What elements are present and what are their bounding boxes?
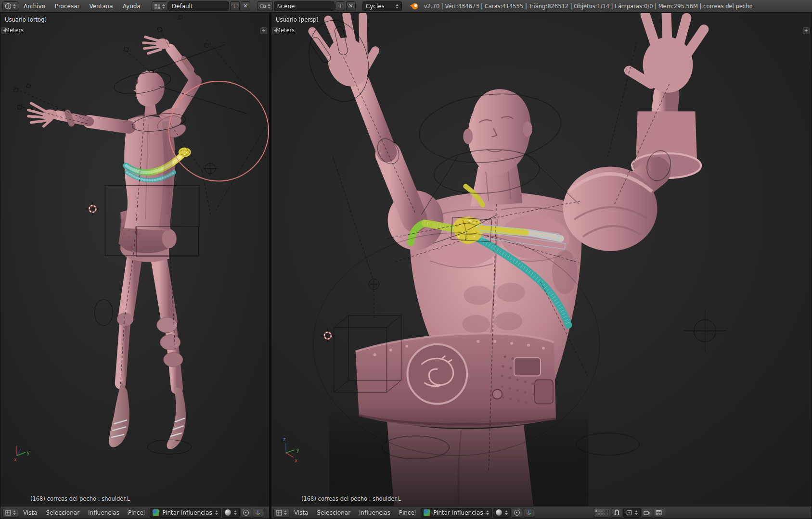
- interaction-mode-selector[interactable]: Pintar Influencias: [421, 508, 492, 518]
- menu-vista[interactable]: Vista: [19, 508, 41, 518]
- snap-toggle-button[interactable]: [612, 508, 622, 518]
- properties-expand-arrow[interactable]: +: [803, 27, 810, 34]
- weight-paint-mode-icon: [153, 509, 159, 516]
- dropdown-arrows: [162, 4, 165, 9]
- dropdown-arrows: [284, 510, 287, 515]
- add-scene-button[interactable]: +: [335, 1, 345, 11]
- main-header: Archivo Procesar Ventana Ayuda Default +…: [0, 0, 812, 13]
- mode-label: Pintar Influencias: [433, 509, 483, 516]
- viewport-shading-selector[interactable]: [222, 508, 240, 518]
- view-name-label: Usuario (persp): [276, 16, 319, 23]
- snap-element-selector[interactable]: [623, 508, 641, 518]
- menu-seleccionar[interactable]: Seleccionar: [42, 508, 83, 518]
- toolshelf-expand-arrow[interactable]: +: [272, 27, 279, 34]
- screen-layout-selector[interactable]: [152, 1, 168, 11]
- close-icon: ✕: [243, 3, 247, 9]
- shading-sphere-icon: [496, 509, 502, 516]
- viewport-divider[interactable]: [270, 13, 271, 519]
- film-icon: [656, 510, 662, 516]
- dropdown-arrows: [215, 510, 218, 515]
- axis-y-label: y: [296, 447, 299, 453]
- viewport-right: x y z Usuario (persp) Meters + + (168) c…: [271, 13, 812, 519]
- render-engine-selector[interactable]: Cycles: [362, 1, 402, 11]
- axis-x-label: x: [14, 457, 17, 462]
- pivot-point-button[interactable]: [241, 508, 251, 518]
- viewport-shading-selector[interactable]: [493, 508, 511, 518]
- properties-expand-arrow[interactable]: +: [260, 27, 267, 34]
- interaction-mode-selector[interactable]: Pintar Influencias: [150, 508, 221, 518]
- screen-layout-icon: [154, 3, 161, 9]
- editor-type-selector[interactable]: [273, 508, 289, 518]
- viewport-left: x y Usuario (ortog) Meters + + (168) cor…: [0, 13, 270, 519]
- left-viewport-scene[interactable]: x y: [0, 13, 269, 506]
- dragon-medallion: [407, 344, 467, 404]
- close-scene-button[interactable]: ✕: [346, 1, 356, 11]
- dropdown-arrows: [486, 510, 489, 515]
- dropdown-arrows: [268, 4, 271, 9]
- mode-label: Pintar Influencias: [162, 509, 212, 516]
- axis-x-label: x: [295, 458, 297, 463]
- viewport-right-canvas[interactable]: x y z: [271, 13, 812, 506]
- editor-type-selector[interactable]: [2, 508, 18, 518]
- active-group-status: (168) correas del pecho : shoulder.L: [301, 495, 401, 502]
- viewport-right-header: Vista Seleccionar Influencias Pincel Pin…: [271, 506, 812, 519]
- menu-influencias[interactable]: Influencias: [355, 508, 394, 518]
- dropdown-arrows: [635, 510, 638, 515]
- strap-knot: [179, 147, 191, 157]
- pivot-point-button[interactable]: [512, 508, 522, 518]
- menu-ventana[interactable]: Ventana: [85, 1, 117, 11]
- scene-name-field[interactable]: Scene: [274, 1, 335, 11]
- manipulator-icon: [526, 509, 532, 516]
- axis-y-label: y: [27, 450, 30, 456]
- close-icon: ✕: [348, 3, 353, 9]
- menu-ayuda[interactable]: Ayuda: [118, 1, 145, 11]
- dropdown-arrows: [234, 510, 237, 515]
- pivot-icon: [514, 510, 520, 516]
- dropdown-arrows: [13, 510, 16, 515]
- menu-seleccionar[interactable]: Seleccionar: [313, 508, 354, 518]
- dropdown-arrows: [13, 4, 16, 9]
- menu-procesar[interactable]: Procesar: [51, 1, 84, 11]
- scene-selector[interactable]: [257, 1, 273, 11]
- manipulator-button[interactable]: [524, 508, 534, 518]
- plus-icon: +: [232, 3, 237, 9]
- pivot-icon: [243, 510, 249, 516]
- menu-influencias[interactable]: Influencias: [84, 508, 123, 518]
- manipulator-button[interactable]: [253, 508, 263, 518]
- view-name-label: Usuario (ortog): [5, 16, 47, 23]
- render-engine-value: Cycles: [366, 3, 385, 10]
- layers-widget[interactable]: [594, 508, 610, 518]
- camera-icon: [644, 510, 650, 516]
- view3d-editor-icon: [5, 509, 12, 516]
- menu-vista[interactable]: Vista: [290, 508, 312, 518]
- menu-pincel[interactable]: Pincel: [124, 508, 149, 518]
- axis-z-label: z: [283, 437, 285, 442]
- screen-layout-name-field[interactable]: Default: [168, 1, 229, 11]
- opengl-render-anim-button[interactable]: [654, 508, 664, 518]
- editor-type-selector[interactable]: [2, 1, 18, 11]
- dropdown-arrows: [505, 510, 508, 515]
- close-layout-button[interactable]: ✕: [241, 1, 250, 11]
- scene-icon: [259, 3, 266, 9]
- info-editor-icon: [5, 3, 12, 10]
- shading-sphere-icon: [225, 509, 231, 516]
- menu-archivo[interactable]: Archivo: [19, 1, 50, 11]
- manipulator-icon: [255, 509, 261, 516]
- add-layout-button[interactable]: +: [230, 1, 240, 11]
- right-viewport-scene[interactable]: x y z: [271, 13, 812, 506]
- layers-grid-icon: [595, 510, 609, 515]
- active-group-status: (168) correas del pecho : shoulder.L: [30, 495, 130, 502]
- scene-statistics: v2.70 | Vért:434673 | Caras:414555 | Tri…: [424, 3, 753, 10]
- magnet-icon: [614, 509, 620, 516]
- opengl-render-still-button[interactable]: [642, 508, 652, 518]
- view3d-editor-icon: [276, 509, 283, 516]
- plus-icon: +: [338, 3, 342, 9]
- viewport-left-canvas[interactable]: x y: [0, 13, 269, 506]
- scene-name: Scene: [277, 3, 295, 10]
- toolshelf-expand-arrow[interactable]: +: [1, 27, 8, 34]
- viewport-left-header: Vista Seleccionar Influencias Pincel Pin…: [0, 506, 269, 519]
- blender-logo: [409, 2, 419, 11]
- dropdown-arrows: [396, 4, 399, 9]
- menu-pincel[interactable]: Pincel: [395, 508, 420, 518]
- screen-layout-name: Default: [172, 3, 193, 10]
